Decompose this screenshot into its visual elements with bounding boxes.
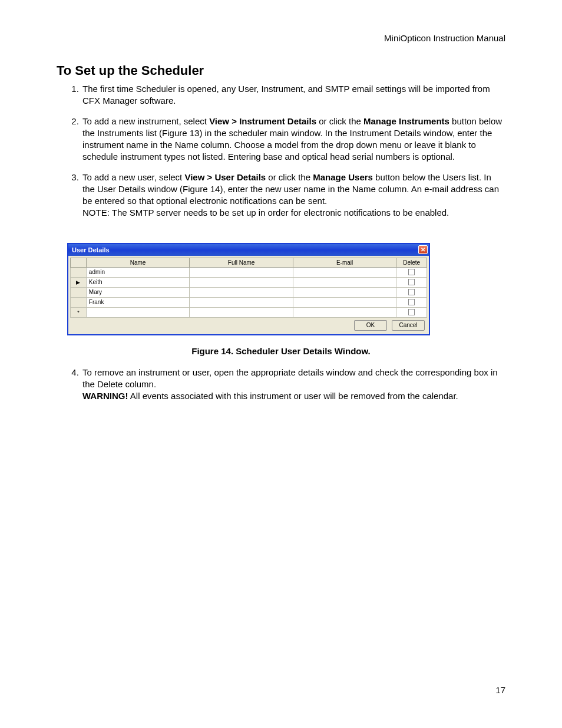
user-details-dialog: User Details ✕ Name Full Name E-mail Del… bbox=[67, 243, 430, 335]
cell-delete[interactable] bbox=[396, 287, 427, 297]
steps-list-cont: To remove an instrument or user, open th… bbox=[57, 367, 505, 403]
cell-delete[interactable] bbox=[396, 307, 427, 317]
document-header: MiniOpticon Instruction Manual bbox=[57, 33, 505, 43]
page-number: 17 bbox=[495, 685, 505, 695]
figure-caption: Figure 14. Scheduler User Details Window… bbox=[57, 346, 505, 356]
cell-fullname[interactable] bbox=[190, 277, 293, 287]
cell-name[interactable]: Frank bbox=[86, 297, 190, 307]
col-email[interactable]: E-mail bbox=[293, 258, 396, 267]
close-icon: ✕ bbox=[421, 247, 425, 253]
cell-fullname[interactable] bbox=[190, 287, 293, 297]
cell-name[interactable]: Mary bbox=[86, 287, 190, 297]
cell-email[interactable] bbox=[293, 277, 396, 287]
button-ref: Manage Instruments bbox=[363, 116, 449, 126]
table-row[interactable]: Frank bbox=[71, 297, 427, 307]
close-button[interactable]: ✕ bbox=[418, 245, 428, 254]
menu-path: View > Instrument Details bbox=[209, 116, 316, 126]
checkbox-icon[interactable] bbox=[408, 269, 415, 275]
cell-name[interactable]: Keith bbox=[86, 277, 190, 287]
step-text: or click the bbox=[266, 172, 313, 182]
steps-list: The first time Scheduler is opened, any … bbox=[57, 83, 505, 219]
row-marker bbox=[71, 287, 87, 297]
dialog-button-row: OK Cancel bbox=[70, 318, 427, 332]
table-row[interactable]: Mary bbox=[71, 287, 427, 297]
ok-button[interactable]: OK bbox=[354, 320, 387, 331]
checkbox-icon[interactable] bbox=[408, 289, 415, 295]
menu-path: View > User Details bbox=[184, 172, 266, 182]
cell-email[interactable] bbox=[293, 267, 396, 277]
cell-delete[interactable] bbox=[396, 267, 427, 277]
step-3: To add a new user, select View > User De… bbox=[81, 172, 505, 219]
cell-name[interactable] bbox=[86, 307, 190, 317]
step-text: or click the bbox=[316, 116, 363, 126]
dialog-titlebar: User Details ✕ bbox=[68, 244, 429, 256]
row-marker bbox=[71, 297, 87, 307]
col-marker bbox=[71, 258, 87, 267]
step-2: To add a new instrument, select View > I… bbox=[81, 116, 505, 163]
col-name[interactable]: Name bbox=[86, 258, 190, 267]
cell-fullname[interactable] bbox=[190, 307, 293, 317]
step-text: The first time Scheduler is opened, any … bbox=[82, 84, 490, 106]
user-grid: Name Full Name E-mail Delete admin bbox=[70, 258, 427, 318]
step-text: To remove an instrument or user, open th… bbox=[82, 367, 498, 389]
cell-fullname[interactable] bbox=[190, 297, 293, 307]
table-row[interactable]: ▶ Keith bbox=[71, 277, 427, 287]
row-marker: * bbox=[71, 307, 87, 317]
step-text: To add a new instrument, select bbox=[82, 116, 209, 126]
grid-header-row: Name Full Name E-mail Delete bbox=[71, 258, 427, 267]
cell-name[interactable]: admin bbox=[86, 267, 190, 277]
cell-email[interactable] bbox=[293, 287, 396, 297]
step-4: To remove an instrument or user, open th… bbox=[81, 367, 505, 403]
step-note: NOTE: The SMTP server needs to be set up… bbox=[82, 207, 449, 218]
cell-email[interactable] bbox=[293, 297, 396, 307]
cell-email[interactable] bbox=[293, 307, 396, 317]
row-marker: ▶ bbox=[71, 277, 87, 287]
checkbox-icon[interactable] bbox=[408, 279, 415, 285]
row-marker bbox=[71, 267, 87, 277]
cell-fullname[interactable] bbox=[190, 267, 293, 277]
dialog-title: User Details bbox=[72, 246, 110, 253]
cell-delete[interactable] bbox=[396, 297, 427, 307]
table-row[interactable]: admin bbox=[71, 267, 427, 277]
col-delete[interactable]: Delete bbox=[396, 258, 427, 267]
cancel-button[interactable]: Cancel bbox=[392, 320, 425, 331]
checkbox-icon[interactable] bbox=[408, 299, 415, 305]
warning-label: WARNING! bbox=[82, 391, 128, 401]
figure-user-details: User Details ✕ Name Full Name E-mail Del… bbox=[67, 243, 505, 335]
cell-delete[interactable] bbox=[396, 277, 427, 287]
warning-text: All events associated with this instrume… bbox=[128, 391, 458, 401]
step-1: The first time Scheduler is opened, any … bbox=[81, 83, 505, 107]
table-row-new[interactable]: * bbox=[71, 307, 427, 317]
step-text: To add a new user, select bbox=[82, 172, 184, 182]
col-fullname[interactable]: Full Name bbox=[190, 258, 293, 267]
checkbox-icon[interactable] bbox=[408, 309, 415, 315]
button-ref: Manage Users bbox=[313, 172, 373, 182]
section-title: To Set up the Scheduler bbox=[57, 63, 505, 78]
